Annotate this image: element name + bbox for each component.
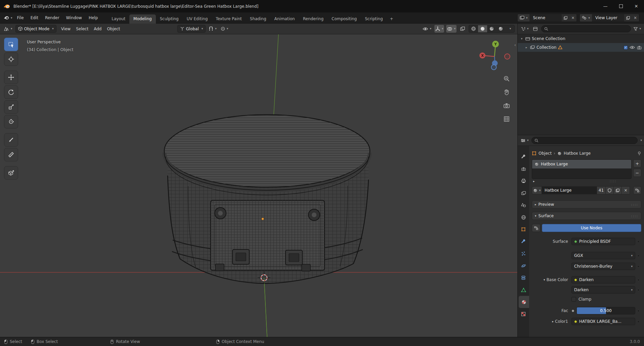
pin-icon[interactable]: [637, 151, 641, 156]
camera-view-button[interactable]: [503, 102, 511, 110]
clamp-checkbox[interactable]: [571, 297, 576, 302]
tool-cursor[interactable]: [4, 52, 18, 66]
disclosure-icon[interactable]: ▾: [520, 37, 524, 40]
tab-physics[interactable]: [518, 260, 529, 272]
viewport-3d[interactable]: User Perspective (34) Collection | Objec…: [0, 34, 517, 337]
decorator-dot[interactable]: [635, 265, 641, 268]
decorator-dot[interactable]: [635, 255, 641, 257]
surface-shader-button[interactable]: Principled BSDF: [571, 238, 635, 245]
surface-panel-header[interactable]: ▾ Surface ::::: [532, 212, 641, 220]
decorator-dot[interactable]: [635, 279, 641, 281]
shading-options-button[interactable]: ▾: [505, 25, 514, 32]
collection-exclude-checkbox[interactable]: ✓: [624, 45, 628, 50]
tab-layout[interactable]: Layout: [108, 14, 129, 24]
material-users-button[interactable]: 41: [597, 186, 606, 194]
tab-modeling[interactable]: Modeling: [129, 14, 156, 24]
vp-menu-select[interactable]: Select: [73, 25, 91, 33]
tab-uv-editing[interactable]: UV Editing: [183, 14, 212, 24]
disclosure-icon[interactable]: ▸: [552, 320, 554, 323]
shading-material-button[interactable]: [487, 25, 496, 32]
list-resize-grip[interactable]: ::::: [610, 180, 616, 183]
slot-specials-icon[interactable]: ▸: [533, 180, 535, 183]
tab-scripting[interactable]: Scripting: [361, 14, 387, 24]
tab-material[interactable]: [519, 296, 529, 308]
new-scene-button[interactable]: [562, 14, 569, 22]
tool-annotate[interactable]: [4, 133, 18, 147]
tab-constraints[interactable]: [518, 272, 529, 284]
shading-wireframe-button[interactable]: [469, 25, 478, 32]
distribution-dropdown[interactable]: GGX▾: [571, 252, 635, 259]
color1-button[interactable]: HATBOX LARGE_Ba...: [571, 318, 635, 325]
tab-render[interactable]: [518, 163, 529, 175]
maximize-button[interactable]: [613, 0, 629, 12]
material-slot-row-empty[interactable]: [532, 168, 631, 177]
outliner-editor-type-button[interactable]: ▾: [520, 25, 530, 33]
tab-sculpting[interactable]: Sculpting: [156, 14, 183, 24]
menu-edit[interactable]: Edit: [28, 14, 41, 22]
proportional-editing-button[interactable]: ▾: [220, 25, 229, 33]
material-slot-row[interactable]: Hatbox Large: [532, 160, 631, 168]
browse-material-button[interactable]: ▾: [532, 186, 542, 194]
zoom-button[interactable]: [503, 75, 511, 83]
tab-tool[interactable]: [518, 151, 529, 163]
outliner-filter-button[interactable]: ▾: [633, 25, 642, 33]
fac-slider[interactable]: 0.500: [576, 307, 635, 314]
add-workspace-button[interactable]: +: [387, 14, 396, 24]
object-visibility-button[interactable]: ▾: [422, 25, 432, 33]
tab-world[interactable]: [518, 211, 529, 223]
mode-dropdown[interactable]: Object Mode ▾: [15, 25, 56, 33]
tab-texture-paint[interactable]: Texture Paint: [212, 14, 246, 24]
tool-add-cube[interactable]: [4, 166, 18, 180]
remove-view-layer-button[interactable]: ×: [632, 14, 639, 22]
pan-button[interactable]: [503, 88, 511, 96]
minimize-button[interactable]: —: [598, 0, 613, 12]
new-view-layer-button[interactable]: [624, 14, 632, 22]
fake-user-button[interactable]: [606, 186, 614, 194]
disclosure-icon[interactable]: ▾: [544, 278, 545, 281]
transform-orientation-dropdown[interactable]: Global ▾: [177, 25, 206, 33]
tool-select-box[interactable]: [4, 38, 18, 51]
vp-menu-object[interactable]: Object: [104, 25, 123, 33]
tool-scale[interactable]: [4, 100, 18, 114]
show-overlays-button[interactable]: ▾: [446, 25, 457, 33]
hide-eye-icon[interactable]: [630, 45, 635, 49]
tab-compositing[interactable]: Compositing: [328, 14, 361, 24]
subsurface-method-dropdown[interactable]: Christensen-Burley▾: [571, 263, 635, 270]
tool-transform[interactable]: [4, 115, 18, 128]
tab-modifiers[interactable]: [518, 235, 529, 247]
menu-file[interactable]: File: [14, 14, 27, 22]
tab-animation[interactable]: Animation: [270, 14, 299, 24]
tab-particles[interactable]: [518, 247, 529, 260]
properties-editor-type-button[interactable]: ▾: [520, 137, 530, 144]
add-slot-button[interactable]: +: [633, 159, 641, 167]
decorator-dot[interactable]: [635, 310, 641, 312]
decorator-dot[interactable]: [635, 240, 641, 243]
snapping-button[interactable]: ▾: [208, 25, 218, 33]
breadcrumb-root[interactable]: Object: [539, 151, 552, 156]
view-layer-name-field[interactable]: View Layer: [592, 14, 624, 22]
use-nodes-button[interactable]: Use Nodes: [542, 224, 641, 232]
breadcrumb-item[interactable]: Hatbox Large: [564, 151, 591, 156]
show-gizmo-button[interactable]: ▾: [434, 25, 444, 33]
menu-render[interactable]: Render: [42, 14, 62, 22]
nodes-toggle-button[interactable]: [633, 186, 641, 194]
browse-view-layer-button[interactable]: ▾: [580, 14, 592, 22]
menu-help[interactable]: Help: [86, 14, 101, 22]
material-name-field[interactable]: Hatbox Large: [542, 186, 597, 194]
node-editor-icon-button[interactable]: [532, 224, 541, 232]
tool-rotate[interactable]: [4, 85, 18, 99]
new-material-button[interactable]: [614, 186, 622, 194]
tab-texture[interactable]: [518, 308, 529, 320]
xray-toggle-button[interactable]: [459, 25, 467, 33]
close-button[interactable]: ✕: [629, 0, 644, 12]
vp-menu-view[interactable]: View: [58, 25, 73, 33]
disable-render-icon[interactable]: [637, 45, 642, 50]
decorator-dot[interactable]: [635, 320, 641, 323]
app-menu-button[interactable]: ▾: [3, 14, 13, 22]
tool-measure[interactable]: [4, 148, 18, 161]
shading-rendered-button[interactable]: [496, 25, 505, 32]
disclosure-icon[interactable]: ▸: [524, 46, 528, 49]
ortho-toggle-button[interactable]: [503, 115, 511, 123]
properties-options-button[interactable]: ▾: [640, 139, 642, 142]
tool-move[interactable]: [4, 71, 18, 84]
